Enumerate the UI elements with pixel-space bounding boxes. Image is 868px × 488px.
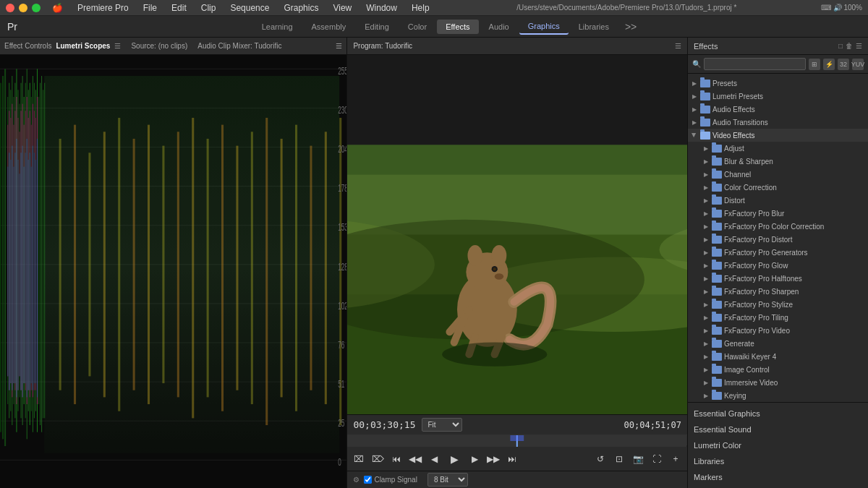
- play-button[interactable]: ▶: [446, 450, 463, 468]
- tree-item-video-effects[interactable]: ▶ Video Effects: [688, 129, 868, 142]
- clamp-signal-checkbox[interactable]: [364, 476, 372, 484]
- step-forward-button[interactable]: ▶▶: [486, 452, 501, 466]
- tree-item-immersive[interactable]: ▶ Immersive Video: [688, 376, 868, 389]
- preset-lumetri-color[interactable]: Lumetri Color: [688, 437, 868, 453]
- panel-options-button[interactable]: ☰: [336, 42, 342, 50]
- minimize-button[interactable]: [19, 4, 27, 12]
- loop-button[interactable]: ↺: [593, 452, 608, 466]
- mark-out-button[interactable]: ⌦: [370, 452, 385, 466]
- tree-item-distort[interactable]: ▶ Distort: [688, 194, 868, 207]
- tree-item-adjust[interactable]: ▶ Adjust: [688, 142, 868, 155]
- step-back-frame-button[interactable]: ◀: [427, 452, 441, 466]
- svg-rect-38: [41, 76, 42, 432]
- close-button[interactable]: [6, 4, 14, 12]
- tree-item-fxfactory-stylize[interactable]: ▶ FxFactory Pro Stylize: [688, 298, 868, 311]
- fullscreen-button[interactable]: ⛶: [650, 452, 664, 466]
- effects-delete-icon[interactable]: 🗑: [846, 42, 853, 50]
- go-to-out-button[interactable]: ⏭: [505, 452, 519, 466]
- svg-rect-100: [295, 125, 297, 411]
- source-tab[interactable]: Source: (no clips): [131, 42, 187, 50]
- tree-label-presets: Presets: [712, 80, 737, 87]
- step-forward-frame-button[interactable]: ▶: [467, 452, 482, 466]
- program-menu-icon[interactable]: ☰: [675, 42, 681, 50]
- preset-libraries[interactable]: Libraries: [688, 453, 868, 469]
- effects-accelerated-icon[interactable]: ⚡: [823, 59, 835, 70]
- effects-new-bin-icon[interactable]: □: [838, 42, 843, 50]
- settings-menu-button[interactable]: +: [668, 452, 683, 466]
- tab-learning[interactable]: Learning: [253, 20, 302, 34]
- lumetri-scopes-tab[interactable]: Lumetri Scopes: [56, 42, 110, 50]
- tab-audio[interactable]: Audio: [480, 20, 518, 34]
- effects-32bit-icon[interactable]: 32: [838, 59, 849, 70]
- menu-clip[interactable]: Clip: [198, 1, 219, 14]
- tree-item-fxfactory-sharpen[interactable]: ▶ FxFactory Pro Sharpen: [688, 285, 868, 298]
- mark-in-button[interactable]: ⌧: [352, 452, 366, 466]
- tree-item-fxfactory-distort[interactable]: ▶ FxFactory Pro Distort: [688, 233, 868, 246]
- tab-effects[interactable]: Effects: [437, 20, 478, 34]
- tab-color[interactable]: Color: [399, 20, 435, 34]
- tree-item-presets[interactable]: ▶ Presets: [688, 77, 868, 90]
- tab-graphics[interactable]: Graphics: [519, 19, 569, 35]
- folder-icon-keying: [712, 392, 722, 400]
- tree-label-audio-transitions: Audio Transitions: [712, 119, 768, 127]
- tab-assembly[interactable]: Assembly: [303, 20, 355, 34]
- svg-rect-84: [59, 139, 61, 390]
- effects-search-bar: 🔍 ⊞ ⚡ 32 YUV: [688, 55, 868, 74]
- tree-item-keying[interactable]: ▶ Keying: [688, 389, 868, 402]
- preset-markers[interactable]: Markers: [688, 469, 868, 485]
- menu-view[interactable]: View: [330, 1, 354, 14]
- effect-controls-tab[interactable]: Effect Controls: [4, 42, 51, 50]
- effects-yuvtype-icon[interactable]: YUV: [852, 59, 864, 70]
- zoom-selector[interactable]: Fit 100% 50% 25%: [422, 418, 462, 432]
- menu-window[interactable]: Window: [363, 1, 400, 14]
- go-to-in-button[interactable]: ⏮: [389, 452, 404, 466]
- settings-icon[interactable]: ⚙: [353, 476, 359, 484]
- tree-item-color-correction[interactable]: ▶ Color Correction: [688, 181, 868, 194]
- effects-menu-icon[interactable]: ☰: [856, 42, 862, 50]
- tree-item-fxfactory-color[interactable]: ▶ FxFactory Pro Color Correction: [688, 220, 868, 233]
- step-back-button[interactable]: ◀◀: [408, 452, 422, 466]
- svg-rect-91: [162, 146, 164, 383]
- tree-label-fxglow: FxFactory Pro Glow: [724, 262, 788, 270]
- menu-file[interactable]: File: [140, 1, 160, 14]
- lumetri-scope-area: 255 230 204 178 153 128 102 76 51 25 0: [0, 55, 346, 488]
- current-timecode[interactable]: 00;03;30;15: [353, 419, 415, 430]
- tree-item-image-control[interactable]: ▶ Image Control: [688, 363, 868, 376]
- tree-item-audio-transitions[interactable]: ▶ Audio Transitions: [688, 116, 868, 129]
- tree-item-lumetri-presets[interactable]: ▶ Lumetri Presets: [688, 90, 868, 103]
- fullscreen-button[interactable]: [32, 4, 41, 12]
- bit-depth-selector[interactable]: 8 Bit 32 Bit: [427, 473, 468, 487]
- preset-essential-graphics[interactable]: Essential Graphics: [688, 406, 868, 421]
- menu-apple[interactable]: 🍎: [49, 1, 66, 14]
- effects-search-input[interactable]: [704, 58, 806, 70]
- export-frame-button[interactable]: 📷: [631, 452, 645, 466]
- clamp-signal-checkbox-label[interactable]: Clamp Signal: [364, 476, 417, 484]
- tree-item-hawaiki[interactable]: ▶ Hawaiki Keyer 4: [688, 350, 868, 363]
- monitor-timeline-ruler[interactable]: [347, 435, 687, 446]
- tree-item-blur-sharpen[interactable]: ▶ Blur & Sharpen: [688, 155, 868, 168]
- menu-graphics[interactable]: Graphics: [281, 1, 321, 14]
- tree-item-fxfactory-generators[interactable]: ▶ FxFactory Pro Generators: [688, 246, 868, 259]
- tab-editing[interactable]: Editing: [356, 20, 398, 34]
- tree-item-fxfactory-tiling[interactable]: ▶ FxFactory Pro Tiling: [688, 311, 868, 324]
- tree-item-generate[interactable]: ▶ Generate: [688, 337, 868, 350]
- more-workspaces-button[interactable]: >>: [625, 21, 637, 33]
- panel-menu-icon[interactable]: ☰: [114, 42, 121, 50]
- svg-rect-94: [207, 139, 209, 397]
- effects-view-toggle-icon[interactable]: ⊞: [809, 59, 820, 70]
- tree-item-channel[interactable]: ▶ Channel: [688, 168, 868, 181]
- tab-libraries[interactable]: Libraries: [570, 20, 618, 34]
- tree-item-fxfactory-halftones[interactable]: ▶ FxFactory Pro Halftones: [688, 272, 868, 285]
- safe-margins-button[interactable]: ⊡: [612, 452, 626, 466]
- tree-item-fxfactory-blur[interactable]: ▶ FxFactory Pro Blur: [688, 207, 868, 220]
- menu-edit[interactable]: Edit: [169, 1, 190, 14]
- tree-item-audio-effects[interactable]: ▶ Audio Effects: [688, 103, 868, 116]
- menu-sequence[interactable]: Sequence: [227, 1, 272, 14]
- menu-help[interactable]: Help: [409, 1, 433, 14]
- tree-arrow-fxvideo: ▶: [702, 327, 710, 334]
- audio-clip-mixer-tab[interactable]: Audio Clip Mixer: Tudorific: [197, 42, 281, 50]
- tree-item-fxfactory-glow[interactable]: ▶ FxFactory Pro Glow: [688, 259, 868, 272]
- preset-essential-sound[interactable]: Essential Sound: [688, 421, 868, 437]
- tree-item-fxfactory-video[interactable]: ▶ FxFactory Pro Video: [688, 324, 868, 337]
- menu-premiere[interactable]: Premiere Pro: [75, 1, 132, 14]
